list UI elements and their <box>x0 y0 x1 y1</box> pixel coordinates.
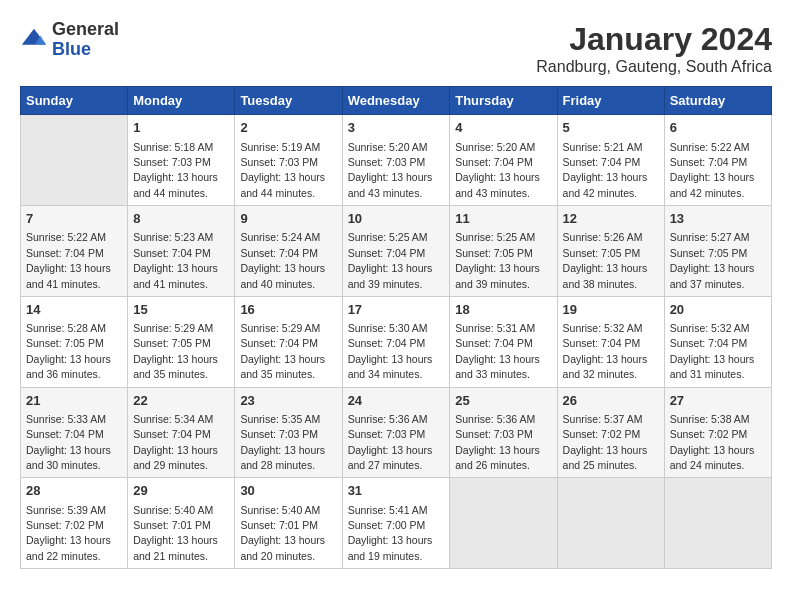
calendar-cell <box>21 115 128 206</box>
column-header-wednesday: Wednesday <box>342 87 450 115</box>
cell-content: Sunrise: 5:28 AMSunset: 7:05 PMDaylight:… <box>26 322 111 380</box>
cell-content: Sunrise: 5:29 AMSunset: 7:04 PMDaylight:… <box>240 322 325 380</box>
calendar-week-row: 21Sunrise: 5:33 AMSunset: 7:04 PMDayligh… <box>21 387 772 478</box>
column-header-saturday: Saturday <box>664 87 771 115</box>
calendar-cell: 6Sunrise: 5:22 AMSunset: 7:04 PMDaylight… <box>664 115 771 206</box>
calendar-cell: 27Sunrise: 5:38 AMSunset: 7:02 PMDayligh… <box>664 387 771 478</box>
day-number: 8 <box>133 210 229 228</box>
cell-content: Sunrise: 5:29 AMSunset: 7:05 PMDaylight:… <box>133 322 218 380</box>
calendar-cell: 29Sunrise: 5:40 AMSunset: 7:01 PMDayligh… <box>128 478 235 569</box>
cell-content: Sunrise: 5:32 AMSunset: 7:04 PMDaylight:… <box>563 322 648 380</box>
day-number: 12 <box>563 210 659 228</box>
cell-content: Sunrise: 5:39 AMSunset: 7:02 PMDaylight:… <box>26 504 111 562</box>
calendar-cell: 24Sunrise: 5:36 AMSunset: 7:03 PMDayligh… <box>342 387 450 478</box>
calendar-cell: 5Sunrise: 5:21 AMSunset: 7:04 PMDaylight… <box>557 115 664 206</box>
day-number: 25 <box>455 392 551 410</box>
day-number: 6 <box>670 119 766 137</box>
day-number: 17 <box>348 301 445 319</box>
column-header-sunday: Sunday <box>21 87 128 115</box>
calendar-cell: 9Sunrise: 5:24 AMSunset: 7:04 PMDaylight… <box>235 206 342 297</box>
calendar-cell: 15Sunrise: 5:29 AMSunset: 7:05 PMDayligh… <box>128 296 235 387</box>
day-number: 21 <box>26 392 122 410</box>
column-header-monday: Monday <box>128 87 235 115</box>
column-header-tuesday: Tuesday <box>235 87 342 115</box>
logo: General Blue <box>20 20 119 60</box>
day-number: 18 <box>455 301 551 319</box>
cell-content: Sunrise: 5:41 AMSunset: 7:00 PMDaylight:… <box>348 504 433 562</box>
calendar-cell: 31Sunrise: 5:41 AMSunset: 7:00 PMDayligh… <box>342 478 450 569</box>
calendar-week-row: 28Sunrise: 5:39 AMSunset: 7:02 PMDayligh… <box>21 478 772 569</box>
day-number: 9 <box>240 210 336 228</box>
calendar-cell: 7Sunrise: 5:22 AMSunset: 7:04 PMDaylight… <box>21 206 128 297</box>
cell-content: Sunrise: 5:37 AMSunset: 7:02 PMDaylight:… <box>563 413 648 471</box>
calendar-cell: 3Sunrise: 5:20 AMSunset: 7:03 PMDaylight… <box>342 115 450 206</box>
calendar-cell: 28Sunrise: 5:39 AMSunset: 7:02 PMDayligh… <box>21 478 128 569</box>
day-number: 29 <box>133 482 229 500</box>
calendar-table: SundayMondayTuesdayWednesdayThursdayFrid… <box>20 86 772 569</box>
cell-content: Sunrise: 5:35 AMSunset: 7:03 PMDaylight:… <box>240 413 325 471</box>
calendar-cell: 10Sunrise: 5:25 AMSunset: 7:04 PMDayligh… <box>342 206 450 297</box>
calendar-week-row: 7Sunrise: 5:22 AMSunset: 7:04 PMDaylight… <box>21 206 772 297</box>
calendar-cell: 11Sunrise: 5:25 AMSunset: 7:05 PMDayligh… <box>450 206 557 297</box>
cell-content: Sunrise: 5:38 AMSunset: 7:02 PMDaylight:… <box>670 413 755 471</box>
cell-content: Sunrise: 5:22 AMSunset: 7:04 PMDaylight:… <box>670 141 755 199</box>
calendar-week-row: 14Sunrise: 5:28 AMSunset: 7:05 PMDayligh… <box>21 296 772 387</box>
day-number: 23 <box>240 392 336 410</box>
calendar-cell: 4Sunrise: 5:20 AMSunset: 7:04 PMDaylight… <box>450 115 557 206</box>
header: General Blue January 2024 Randburg, Gaut… <box>20 20 772 76</box>
calendar-cell: 23Sunrise: 5:35 AMSunset: 7:03 PMDayligh… <box>235 387 342 478</box>
cell-content: Sunrise: 5:34 AMSunset: 7:04 PMDaylight:… <box>133 413 218 471</box>
calendar-cell: 14Sunrise: 5:28 AMSunset: 7:05 PMDayligh… <box>21 296 128 387</box>
cell-content: Sunrise: 5:26 AMSunset: 7:05 PMDaylight:… <box>563 231 648 289</box>
logo-general: General <box>52 19 119 39</box>
cell-content: Sunrise: 5:33 AMSunset: 7:04 PMDaylight:… <box>26 413 111 471</box>
day-number: 22 <box>133 392 229 410</box>
calendar-cell: 25Sunrise: 5:36 AMSunset: 7:03 PMDayligh… <box>450 387 557 478</box>
calendar-cell: 26Sunrise: 5:37 AMSunset: 7:02 PMDayligh… <box>557 387 664 478</box>
calendar-cell: 2Sunrise: 5:19 AMSunset: 7:03 PMDaylight… <box>235 115 342 206</box>
calendar-cell <box>450 478 557 569</box>
cell-content: Sunrise: 5:25 AMSunset: 7:04 PMDaylight:… <box>348 231 433 289</box>
calendar-cell: 30Sunrise: 5:40 AMSunset: 7:01 PMDayligh… <box>235 478 342 569</box>
cell-content: Sunrise: 5:36 AMSunset: 7:03 PMDaylight:… <box>455 413 540 471</box>
day-number: 14 <box>26 301 122 319</box>
cell-content: Sunrise: 5:31 AMSunset: 7:04 PMDaylight:… <box>455 322 540 380</box>
day-number: 16 <box>240 301 336 319</box>
calendar-cell: 8Sunrise: 5:23 AMSunset: 7:04 PMDaylight… <box>128 206 235 297</box>
page-subtitle: Randburg, Gauteng, South Africa <box>536 58 772 76</box>
day-number: 19 <box>563 301 659 319</box>
column-header-thursday: Thursday <box>450 87 557 115</box>
cell-content: Sunrise: 5:21 AMSunset: 7:04 PMDaylight:… <box>563 141 648 199</box>
day-number: 10 <box>348 210 445 228</box>
logo-blue: Blue <box>52 39 91 59</box>
day-number: 13 <box>670 210 766 228</box>
title-section: January 2024 Randburg, Gauteng, South Af… <box>536 20 772 76</box>
column-header-friday: Friday <box>557 87 664 115</box>
calendar-cell <box>664 478 771 569</box>
cell-content: Sunrise: 5:27 AMSunset: 7:05 PMDaylight:… <box>670 231 755 289</box>
cell-content: Sunrise: 5:24 AMSunset: 7:04 PMDaylight:… <box>240 231 325 289</box>
day-number: 24 <box>348 392 445 410</box>
day-number: 1 <box>133 119 229 137</box>
cell-content: Sunrise: 5:40 AMSunset: 7:01 PMDaylight:… <box>240 504 325 562</box>
calendar-cell: 21Sunrise: 5:33 AMSunset: 7:04 PMDayligh… <box>21 387 128 478</box>
calendar-cell: 20Sunrise: 5:32 AMSunset: 7:04 PMDayligh… <box>664 296 771 387</box>
day-number: 5 <box>563 119 659 137</box>
cell-content: Sunrise: 5:22 AMSunset: 7:04 PMDaylight:… <box>26 231 111 289</box>
cell-content: Sunrise: 5:20 AMSunset: 7:03 PMDaylight:… <box>348 141 433 199</box>
day-number: 26 <box>563 392 659 410</box>
day-number: 4 <box>455 119 551 137</box>
calendar-cell: 22Sunrise: 5:34 AMSunset: 7:04 PMDayligh… <box>128 387 235 478</box>
cell-content: Sunrise: 5:19 AMSunset: 7:03 PMDaylight:… <box>240 141 325 199</box>
calendar-cell: 19Sunrise: 5:32 AMSunset: 7:04 PMDayligh… <box>557 296 664 387</box>
cell-content: Sunrise: 5:25 AMSunset: 7:05 PMDaylight:… <box>455 231 540 289</box>
day-number: 3 <box>348 119 445 137</box>
cell-content: Sunrise: 5:40 AMSunset: 7:01 PMDaylight:… <box>133 504 218 562</box>
cell-content: Sunrise: 5:18 AMSunset: 7:03 PMDaylight:… <box>133 141 218 199</box>
cell-content: Sunrise: 5:20 AMSunset: 7:04 PMDaylight:… <box>455 141 540 199</box>
calendar-cell <box>557 478 664 569</box>
day-number: 2 <box>240 119 336 137</box>
day-number: 27 <box>670 392 766 410</box>
day-number: 20 <box>670 301 766 319</box>
calendar-cell: 13Sunrise: 5:27 AMSunset: 7:05 PMDayligh… <box>664 206 771 297</box>
